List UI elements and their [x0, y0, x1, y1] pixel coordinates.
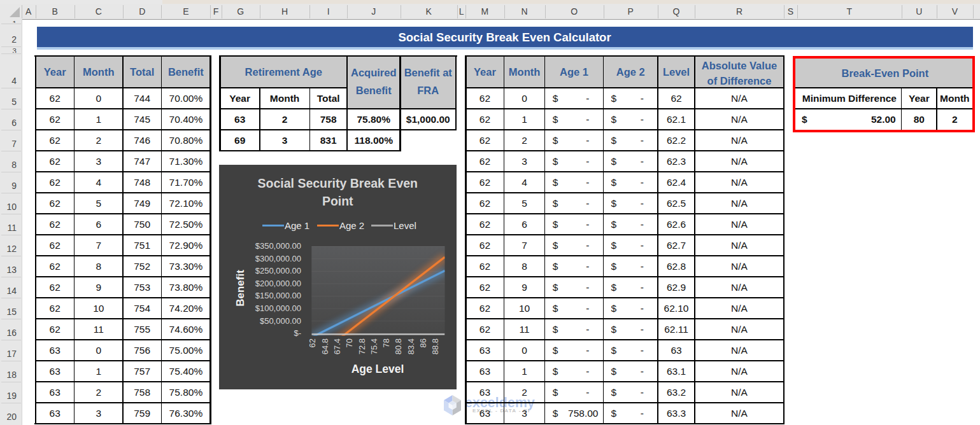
- svg-text:70: 70: [344, 338, 354, 347]
- svg-text:83.4: 83.4: [406, 338, 415, 354]
- svg-text:72.8: 72.8: [357, 338, 366, 354]
- svg-text:88.8: 88.8: [430, 338, 440, 354]
- svg-text:86: 86: [418, 338, 428, 347]
- svg-text:64.8: 64.8: [320, 338, 329, 354]
- svg-text:Benefit: Benefit: [234, 270, 246, 307]
- svg-text:67.4: 67.4: [332, 338, 341, 354]
- svg-text:80.8: 80.8: [394, 338, 403, 354]
- svg-text:62: 62: [308, 338, 317, 347]
- svg-text:78: 78: [381, 338, 391, 347]
- svg-text:75.4: 75.4: [369, 338, 378, 354]
